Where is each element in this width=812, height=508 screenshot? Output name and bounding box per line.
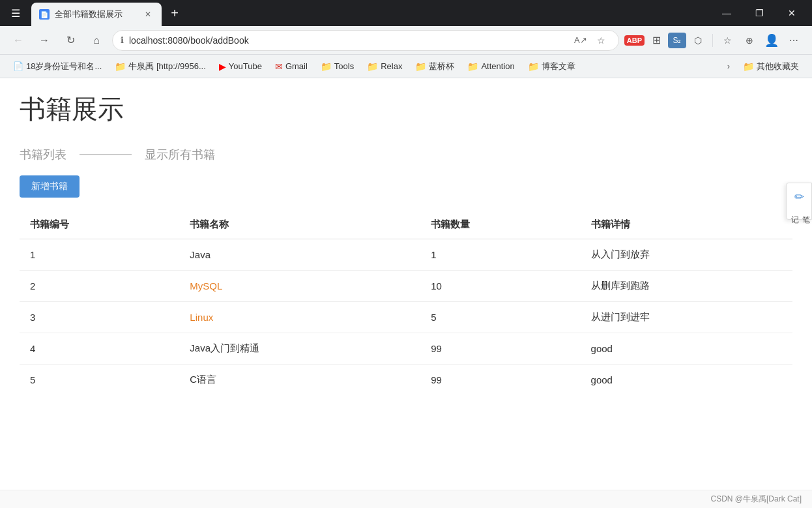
translate-button[interactable]: A↗: [572, 31, 590, 50]
toolbar-divider: [712, 34, 713, 47]
bookmark-item-tools[interactable]: 📁 Tools: [315, 59, 359, 74]
section-title: 书籍列表: [20, 147, 66, 162]
cell-name-4: Java入门到精通: [179, 333, 420, 365]
cell-detail-4: good: [581, 333, 792, 365]
collections-button[interactable]: ⊕: [739, 30, 760, 51]
profile-button[interactable]: 👤: [761, 30, 782, 51]
bookmark-icon-1: 📄: [13, 61, 23, 71]
table-row: 4Java入门到精通99good: [20, 333, 792, 365]
address-bar[interactable]: ℹ localhost:8080/book/addBook A↗ ☆: [112, 30, 619, 51]
cell-id-5: 5: [20, 365, 179, 396]
bookmark-folder-icon-tools: 📁: [321, 61, 332, 72]
status-bar: CSDN @牛泉禹[Dark Cat]: [0, 490, 812, 508]
other-bookmarks-folder-icon: 📁: [743, 61, 754, 72]
bookmark-item-2[interactable]: 📁 牛泉禹 [http://9956...: [109, 58, 211, 75]
cell-detail-1: 从入门到放弃: [581, 239, 792, 271]
back-button[interactable]: ←: [8, 30, 29, 51]
col-header-count: 书籍数量: [420, 211, 580, 239]
cell-detail-3: 从进门到进牢: [581, 302, 792, 333]
active-tab[interactable]: 📄 全部书籍数据展示 ✕: [31, 3, 162, 26]
table-row: 5C语言99good: [20, 365, 792, 396]
gmail-icon: ✉: [275, 61, 283, 72]
bookmark-item-gmail[interactable]: ✉ Gmail: [270, 59, 313, 74]
bookmark-item-youtube[interactable]: ▶ YouTube: [214, 59, 267, 74]
window-controls: — ❐ ✕: [712, 0, 807, 26]
bookmark-label-lanqiao: 蓝桥杯: [429, 61, 454, 72]
table-header-row: 书籍编号 书籍名称 书籍数量 书籍详情: [20, 211, 792, 239]
cell-name-5: C语言: [179, 365, 420, 396]
star-button[interactable]: ☆: [592, 31, 611, 50]
cell-id-3: 3: [20, 302, 179, 333]
page-content: 书籍展示 书籍列表 显示所有书籍 新增书籍 书籍编号 书籍名称 书籍数量 书籍详…: [0, 78, 812, 490]
tab-favicon: 📄: [39, 9, 50, 20]
abp-button[interactable]: ABP: [624, 35, 645, 46]
cell-count-2: 10: [420, 271, 580, 302]
security-icon: ℹ: [121, 35, 124, 45]
sidebar-toggle-button[interactable]: ☰: [5, 3, 26, 23]
bookmark-item-relax[interactable]: 📁 Relax: [362, 59, 407, 74]
cell-count-5: 99: [420, 365, 580, 396]
col-header-id: 书籍编号: [20, 211, 179, 239]
bookmark-folder-icon-lanqiao: 📁: [415, 61, 426, 72]
col-header-detail: 书籍详情: [581, 211, 792, 239]
tab-bar: 📄 全部书籍数据展示 ✕ +: [31, 0, 706, 26]
close-button[interactable]: ✕: [777, 0, 807, 26]
tab-favicon-icon: 📄: [40, 11, 48, 18]
cell-count-3: 5: [420, 302, 580, 333]
table-row: 1Java1从入门到放弃: [20, 239, 792, 271]
title-bar: ☰ 📄 全部书籍数据展示 ✕ + — ❐ ✕: [0, 0, 812, 26]
cell-detail-5: good: [581, 365, 792, 396]
table-row: 2MySQL10从删库到跑路: [20, 271, 792, 302]
bookmark-label-youtube: YouTube: [229, 61, 262, 71]
cell-detail-2: 从删库到跑路: [581, 271, 792, 302]
toolbar-actions: ABP ⊞ S₂ ⬡ ☆ ⊕ 👤 ⋯: [624, 30, 804, 51]
cell-count-1: 1: [420, 239, 580, 271]
cell-id-1: 1: [20, 239, 179, 271]
book-table: 书籍编号 书籍名称 书籍数量 书籍详情 1Java1从入门到放弃2MySQL10…: [20, 211, 792, 395]
bookmark-item-1[interactable]: 📄 18岁身份证号和名...: [8, 58, 107, 75]
side-widget-icon: ✏: [789, 190, 809, 204]
bookmark-label-2: 牛泉禹 [http://9956...: [128, 61, 206, 72]
nav-bar: ← → ↻ ⌂ ℹ localhost:8080/book/addBook A↗…: [0, 26, 812, 55]
cell-name-2: MySQL: [179, 271, 420, 302]
cell-id-4: 4: [20, 333, 179, 365]
section-divider: [80, 154, 132, 155]
bookmark-label-gmail: Gmail: [285, 61, 308, 71]
url-text: localhost:8080/book/addBook: [129, 35, 566, 46]
side-widget[interactable]: ✏ C笔记: [786, 183, 812, 220]
bookmarks-bar: 📄 18岁身份证号和名... 📁 牛泉禹 [http://9956... ▶ Y…: [0, 55, 812, 78]
browser-window: ☰ 📄 全部书籍数据展示 ✕ + — ❐ ✕ ← → ↻ ⌂ ℹ localho…: [0, 0, 812, 508]
bookmark-label-1: 18岁身份证号和名...: [26, 61, 102, 72]
bookmark-label-tools: Tools: [334, 61, 354, 71]
side-widget-text: C笔记: [789, 207, 812, 213]
bookmark-item-lanqiao[interactable]: 📁 蓝桥杯: [410, 58, 459, 75]
extension-button-1[interactable]: ⊞: [646, 30, 667, 51]
favorites-button[interactable]: ☆: [717, 30, 738, 51]
cell-count-4: 99: [420, 333, 580, 365]
new-tab-button[interactable]: +: [164, 3, 185, 23]
minimize-button[interactable]: —: [712, 0, 742, 26]
extension-button-s2[interactable]: S₂: [668, 33, 686, 48]
bookmark-label-blog: 博客文章: [542, 61, 575, 72]
bookmark-item-attention[interactable]: 📁 Attention: [462, 59, 519, 74]
forward-button[interactable]: →: [34, 30, 55, 51]
bookmark-folder-icon-2: 📁: [115, 61, 126, 72]
extension-button-2[interactable]: ⬡: [688, 30, 708, 51]
tab-close-button[interactable]: ✕: [142, 8, 154, 20]
more-button[interactable]: ⋯: [783, 30, 804, 51]
table-row: 3Linux5从进门到进牢: [20, 302, 792, 333]
bookmark-folder-icon-relax: 📁: [367, 61, 378, 72]
add-book-button[interactable]: 新增书籍: [20, 175, 80, 198]
cell-id-2: 2: [20, 271, 179, 302]
other-bookmarks-button[interactable]: 📁 其他收藏夹: [738, 58, 804, 75]
maximize-button[interactable]: ❐: [744, 0, 774, 26]
bookmarks-more-button[interactable]: ›: [722, 59, 735, 74]
bookmark-item-blog[interactable]: 📁 博客文章: [523, 58, 581, 75]
status-text: CSDN @牛泉禹[Dark Cat]: [710, 494, 802, 505]
home-button[interactable]: ⌂: [86, 30, 107, 51]
tab-title: 全部书籍数据展示: [55, 8, 137, 20]
section-header: 书籍列表 显示所有书籍: [20, 147, 792, 162]
cell-name-1: Java: [179, 239, 420, 271]
col-header-name: 书籍名称: [179, 211, 420, 239]
reload-button[interactable]: ↻: [60, 30, 81, 51]
